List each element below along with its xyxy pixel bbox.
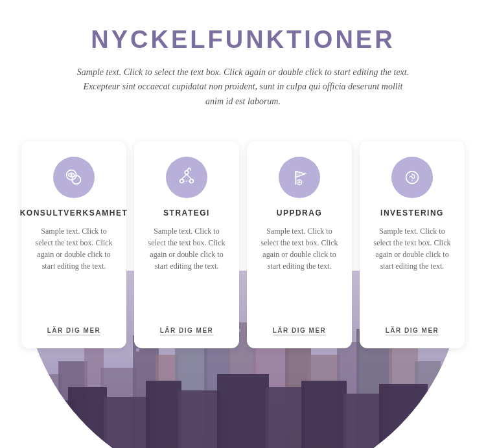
svg-rect-60 [424, 400, 463, 448]
svg-line-8 [181, 174, 187, 179]
svg-point-5 [185, 171, 189, 175]
svg-rect-55 [217, 374, 269, 448]
svg-rect-54 [178, 390, 220, 448]
card-text-uppdrag: Sample text. Click to select the text bo… [257, 225, 341, 318]
card-title-uppdrag: UPPDRAG [277, 208, 323, 219]
svg-rect-53 [146, 381, 181, 448]
svg-rect-58 [343, 394, 382, 448]
page-title: NYCKELFUNKTIONER [52, 26, 434, 54]
card-title-investering: INVESTERING [380, 208, 444, 219]
svg-line-9 [187, 174, 192, 179]
card-link-strategi[interactable]: LÄR DIG MER [160, 327, 214, 335]
coins-icon [63, 166, 85, 188]
card-text-investering: Sample text. Click to select the text bo… [370, 225, 454, 318]
header-section: NYCKELFUNKTIONER Sample text. Click to s… [0, 0, 486, 122]
svg-point-7 [190, 179, 194, 183]
card-link-uppdrag[interactable]: LÄR DIG MER [273, 327, 327, 335]
investment-icon [401, 166, 423, 188]
header-description: Sample text. Click to select the text bo… [75, 65, 411, 109]
card-text-strategi: Sample text. Click to select the text bo… [145, 225, 229, 318]
svg-rect-50 [23, 400, 75, 448]
card-link-konsult[interactable]: LÄR DIG MER [47, 327, 101, 335]
card-text-konsult: Sample text. Click to select the text bo… [32, 225, 116, 318]
card-icon-circle-konsult [53, 157, 95, 198]
strategy-icon [176, 166, 198, 188]
svg-rect-57 [301, 381, 347, 448]
svg-rect-51 [68, 387, 107, 448]
card-investering: INVESTERING Sample text. Click to select… [360, 141, 465, 348]
card-title-strategi: STRATEGI [163, 208, 210, 219]
bg-spacer [0, 348, 486, 448]
card-icon-circle-strategi [166, 157, 207, 198]
card-strategi: STRATEGI Sample text. Click to select th… [134, 141, 239, 348]
cards-and-bg: KONSULTVERKSAMHET Sample text. Click to … [0, 135, 486, 448]
card-uppdrag: UPPDRAG Sample text. Click to select the… [247, 141, 352, 348]
card-konsult: KONSULTVERKSAMHET Sample text. Click to … [21, 141, 126, 348]
card-link-investering[interactable]: LÄR DIG MER [386, 327, 439, 335]
svg-rect-52 [104, 397, 149, 448]
svg-rect-59 [379, 384, 428, 448]
card-icon-circle-investering [391, 157, 433, 198]
svg-point-6 [180, 179, 184, 183]
svg-rect-43 [136, 348, 139, 352]
page-wrapper: NYCKELFUNKTIONER Sample text. Click to s… [0, 0, 486, 448]
card-title-konsult: KONSULTVERKSAMHET [20, 208, 128, 219]
card-icon-circle-uppdrag [279, 157, 320, 198]
cards-row: KONSULTVERKSAMHET Sample text. Click to … [0, 135, 486, 348]
svg-rect-56 [266, 387, 305, 448]
flag-icon [288, 166, 310, 188]
